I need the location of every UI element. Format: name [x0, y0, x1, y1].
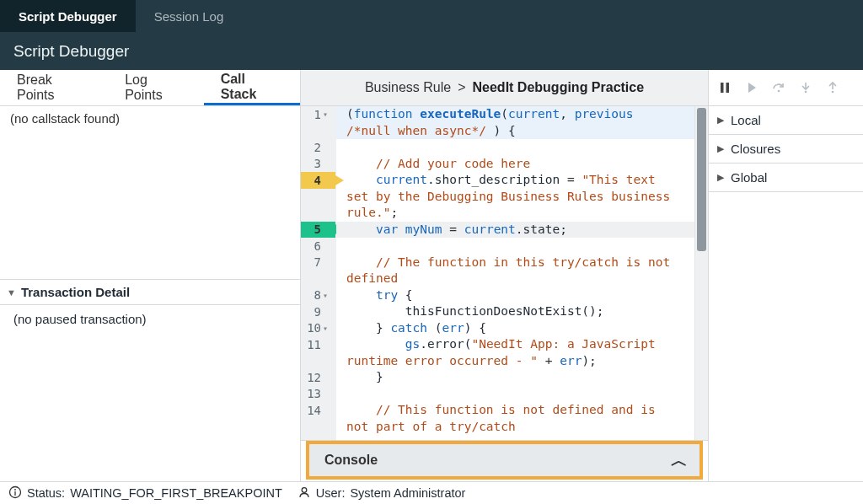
gutter-line[interactable]: 6	[301, 238, 335, 255]
svg-point-7	[832, 91, 834, 94]
code-line[interactable]: thisFunctionDoesNotExist();	[346, 303, 694, 320]
code-line[interactable]	[346, 238, 694, 255]
code-line[interactable]: current.short_description = "This text	[346, 172, 694, 189]
debug-toolbar	[709, 70, 863, 106]
code-line[interactable]: try {	[346, 287, 694, 304]
caret-right-icon: ▶	[717, 143, 724, 154]
scope-global[interactable]: ▶ Global	[709, 164, 863, 192]
breadcrumb-type: Business Rule	[365, 80, 451, 95]
code-line[interactable]: } catch (err) {	[346, 320, 694, 337]
tab-log-points[interactable]: Log Points	[108, 70, 203, 105]
tab-call-stack[interactable]: Call Stack	[204, 70, 300, 105]
step-over-icon[interactable]	[771, 80, 786, 95]
page-title: Script Debugger	[13, 42, 129, 61]
code-line[interactable]: (function executeRule(current, previous	[336, 106, 694, 123]
breadcrumb: Business Rule > NeedIt Debugging Practic…	[301, 70, 708, 106]
scope-label: Closures	[731, 142, 780, 156]
code-line[interactable]: rule.";	[346, 205, 694, 222]
code-line[interactable]	[346, 386, 694, 403]
transaction-detail-header[interactable]: ▼ Transaction Detail	[0, 280, 300, 305]
status-bar: Status: WAITING_FOR_FIRST_BREAKPOINT Use…	[0, 481, 863, 504]
console-label: Console	[324, 453, 378, 468]
step-into-icon[interactable]	[798, 80, 813, 95]
breadcrumb-sep: >	[458, 80, 465, 95]
code-line[interactable]: // Add your code here	[346, 156, 694, 173]
gutter-line[interactable]: 14	[301, 402, 335, 419]
code-editor[interactable]: 1▾2345678▾910▾11121314 (function execute…	[301, 106, 708, 441]
main-area: Break Points Log Points Call Stack (no c…	[0, 70, 863, 481]
code-line[interactable]: gs.error("NeedIt App: a JavaScript	[346, 336, 694, 353]
svg-point-11	[302, 487, 307, 492]
code-line[interactable]	[346, 139, 694, 156]
transaction-detail-label: Transaction Detail	[21, 285, 130, 299]
code-line[interactable]: set by the Debugging Business Rules busi…	[346, 189, 694, 206]
code-line[interactable]: }	[346, 369, 694, 386]
gutter-line[interactable]	[301, 271, 335, 287]
gutter-line[interactable]	[301, 205, 335, 222]
scope-label: Global	[731, 170, 767, 185]
gutter-line[interactable]: 10▾	[301, 320, 335, 337]
gutter-line[interactable]: 9	[301, 303, 335, 320]
user-value: System Administrator	[350, 486, 465, 500]
info-icon	[8, 485, 22, 501]
transaction-detail-body: (no paused transaction)	[0, 305, 300, 481]
tab-break-points[interactable]: Break Points	[0, 70, 108, 105]
scope-label: Local	[731, 113, 761, 127]
svg-rect-1	[726, 83, 730, 93]
status-label: Status:	[27, 486, 65, 500]
callstack-empty-text: (no callstack found)	[10, 111, 120, 126]
gutter-line[interactable]: 3	[301, 156, 335, 173]
status-item: Status: WAITING_FOR_FIRST_BREAKPOINT	[8, 485, 282, 501]
gutter-line[interactable]: 2	[301, 139, 335, 156]
code-line[interactable]: not part of a try/catch	[346, 419, 694, 436]
svg-marker-2	[748, 83, 756, 93]
right-panel: ▶ Local ▶ Closures ▶ Global	[708, 70, 863, 481]
code-gutter[interactable]: 1▾2345678▾910▾11121314	[301, 106, 336, 440]
code-line[interactable]: runtime error occurred - " + err);	[346, 353, 694, 370]
code-area[interactable]: (function executeRule(current, previous/…	[336, 106, 694, 440]
tab-session-log[interactable]: Session Log	[136, 0, 243, 32]
gutter-line[interactable]: 8▾	[301, 287, 335, 304]
play-icon[interactable]	[744, 80, 759, 95]
user-label: User:	[316, 486, 346, 500]
transaction-empty-text: (no paused transaction)	[13, 312, 147, 326]
code-line[interactable]: // The function in this try/catch is not	[346, 255, 694, 271]
tab-script-debugger[interactable]: Script Debugger	[0, 0, 136, 32]
title-bar: Script Debugger	[0, 32, 863, 70]
gutter-line[interactable]: 12	[301, 369, 335, 386]
caret-right-icon: ▶	[717, 172, 724, 183]
gutter-line[interactable]: 7	[301, 255, 335, 271]
user-item: User: System Administrator	[297, 485, 466, 501]
gutter-line[interactable]: 5	[301, 222, 335, 239]
code-scrollbar[interactable]	[694, 106, 708, 440]
left-tabs: Break Points Log Points Call Stack	[0, 70, 300, 106]
gutter-line[interactable]: 1▾	[301, 106, 335, 123]
console-panel-header[interactable]: Console ︿	[306, 441, 703, 480]
code-line[interactable]: // This function is not defined and is	[346, 402, 694, 419]
scope-closures[interactable]: ▶ Closures	[709, 135, 863, 164]
user-icon	[297, 485, 311, 501]
gutter-line[interactable]: 11	[301, 336, 335, 353]
gutter-line[interactable]	[301, 353, 335, 370]
pause-icon[interactable]	[717, 80, 732, 95]
gutter-line[interactable]	[301, 419, 335, 436]
gutter-line[interactable]	[301, 123, 335, 140]
center-panel: Business Rule > NeedIt Debugging Practic…	[301, 70, 708, 481]
gutter-line[interactable]: 13	[301, 386, 335, 403]
status-value: WAITING_FOR_FIRST_BREAKPOINT	[70, 486, 282, 500]
code-line[interactable]: /*null when async*/ ) {	[336, 123, 694, 140]
code-line[interactable]: defined	[346, 271, 694, 287]
scrollbar-thumb[interactable]	[697, 108, 706, 251]
gutter-line[interactable]	[301, 189, 335, 206]
top-nav: Script Debugger Session Log	[0, 0, 863, 32]
svg-point-3	[778, 90, 780, 93]
breadcrumb-name: NeedIt Debugging Practice	[473, 80, 645, 95]
caret-down-icon: ▼	[7, 287, 16, 298]
scope-local[interactable]: ▶ Local	[709, 106, 863, 135]
svg-rect-0	[721, 83, 724, 93]
gutter-line[interactable]: 4	[301, 172, 335, 189]
code-line[interactable]: var myNum = current.state;	[336, 222, 694, 239]
step-out-icon[interactable]	[825, 80, 840, 95]
callstack-panel: (no callstack found)	[0, 106, 300, 280]
svg-point-9	[14, 489, 16, 491]
